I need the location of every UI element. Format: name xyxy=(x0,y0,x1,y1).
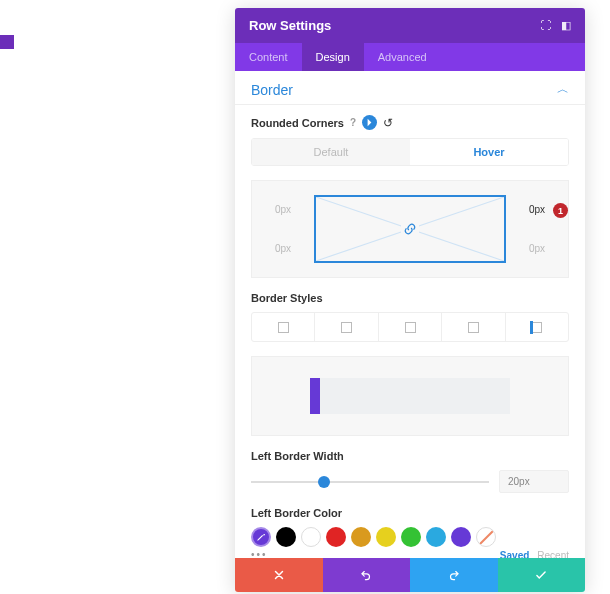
state-toggle: Default Hover xyxy=(251,138,569,166)
undo-button[interactable] xyxy=(323,558,411,592)
tab-bar: Content Design Advanced xyxy=(235,43,585,71)
expand-icon[interactable]: ⛶ xyxy=(540,19,551,32)
border-style-picker xyxy=(251,312,569,342)
toggle-default[interactable]: Default xyxy=(252,139,410,165)
corner-preview xyxy=(314,195,506,263)
panel-title: Row Settings xyxy=(249,18,331,33)
redo-button[interactable] xyxy=(410,558,498,592)
save-button[interactable] xyxy=(498,558,586,592)
link-icon[interactable] xyxy=(401,220,419,238)
border-style-left[interactable] xyxy=(506,313,568,341)
toggle-hover[interactable]: Hover xyxy=(410,139,568,165)
border-style-all[interactable] xyxy=(252,313,315,341)
footer-actions xyxy=(235,558,585,592)
left-border-width-label: Left Border Width xyxy=(251,450,569,462)
corner-bottom-right[interactable]: 0px xyxy=(516,243,558,254)
swatch-none[interactable] xyxy=(476,527,496,547)
border-preview xyxy=(251,356,569,436)
left-border-width-value[interactable]: 20px xyxy=(499,470,569,493)
left-border-color-label: Left Border Color xyxy=(251,507,569,519)
decorative-stripe xyxy=(0,35,14,49)
saved-tab[interactable]: Saved xyxy=(500,550,529,558)
tab-design[interactable]: Design xyxy=(302,43,364,71)
section-header[interactable]: Border ︿ xyxy=(235,71,585,105)
tab-advanced[interactable]: Advanced xyxy=(364,43,441,71)
swatch-orange[interactable] xyxy=(351,527,371,547)
settings-panel: Row Settings ⛶ ◧ Content Design Advanced… xyxy=(235,8,585,592)
border-style-right[interactable] xyxy=(379,313,442,341)
border-preview-box xyxy=(310,378,510,414)
title-bar: Row Settings ⛶ ◧ xyxy=(235,8,585,43)
recent-tab[interactable]: Recent xyxy=(537,550,569,558)
chevron-up-icon: ︿ xyxy=(557,81,569,98)
step-badge: 1 xyxy=(553,203,568,218)
swatch-black[interactable] xyxy=(276,527,296,547)
corners-editor: 0px 0px1 0px 0px xyxy=(251,180,569,278)
corner-top-right[interactable]: 0px1 xyxy=(516,204,558,215)
border-style-bottom[interactable] xyxy=(442,313,505,341)
hover-indicator-icon[interactable] xyxy=(362,115,377,130)
help-icon[interactable]: ? xyxy=(350,117,356,128)
color-swatches xyxy=(251,527,569,547)
color-picker-button[interactable] xyxy=(251,527,271,547)
cancel-button[interactable] xyxy=(235,558,323,592)
swatch-white[interactable] xyxy=(301,527,321,547)
section-title: Border xyxy=(251,82,293,98)
corner-bottom-left[interactable]: 0px xyxy=(262,243,304,254)
scroll-area[interactable]: Border ︿ Rounded Corners ? ↺ Default Hov… xyxy=(235,71,585,558)
reset-icon[interactable]: ↺ xyxy=(383,116,393,130)
swatch-yellow[interactable] xyxy=(376,527,396,547)
swatch-green[interactable] xyxy=(401,527,421,547)
swatch-purple[interactable] xyxy=(451,527,471,547)
snap-icon[interactable]: ◧ xyxy=(561,19,571,32)
tab-content[interactable]: Content xyxy=(235,43,302,71)
swatch-red[interactable] xyxy=(326,527,346,547)
swatch-blue[interactable] xyxy=(426,527,446,547)
border-style-top[interactable] xyxy=(315,313,378,341)
border-styles-label: Border Styles xyxy=(251,292,569,304)
corner-top-left[interactable]: 0px xyxy=(262,204,304,215)
rounded-corners-label: Rounded Corners xyxy=(251,117,344,129)
left-border-width-slider[interactable] xyxy=(251,474,489,490)
